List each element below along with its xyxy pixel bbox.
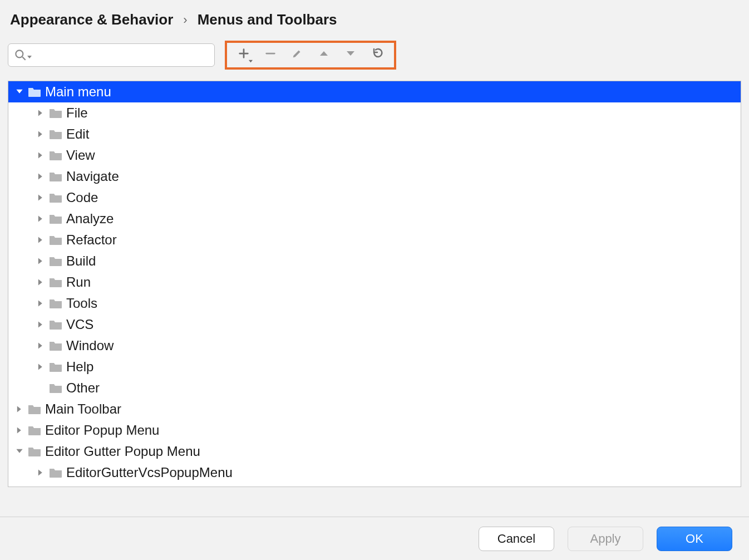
chevron-down-icon[interactable]: [14, 448, 25, 455]
chevron-right-icon[interactable]: [35, 109, 46, 117]
tree-row-label: View: [66, 148, 95, 163]
move-down-button[interactable]: [337, 43, 364, 67]
tree-row[interactable]: Main menu: [8, 81, 741, 102]
ok-button[interactable]: OK: [657, 527, 732, 551]
chevron-right-icon[interactable]: [35, 130, 46, 138]
tree-row-label: Editor Gutter Popup Menu: [45, 444, 200, 459]
tree-row-label: Analyze: [66, 211, 114, 227]
tree-row[interactable]: Analyze: [8, 208, 741, 229]
folder-icon: [48, 298, 63, 309]
move-up-icon: [318, 48, 329, 62]
tree-row-label: Main Toolbar: [45, 401, 121, 417]
search-field-wrapper: [8, 43, 215, 67]
add-icon: [238, 47, 250, 63]
breadcrumb-item-1[interactable]: Appearance & Behavior: [10, 11, 173, 28]
breadcrumb-item-2[interactable]: Menus and Toolbars: [198, 11, 337, 28]
tree-row[interactable]: Navigate: [8, 166, 741, 187]
search-input[interactable]: [8, 43, 215, 67]
chevron-right-icon[interactable]: [35, 342, 46, 350]
tree-row[interactable]: Help: [8, 356, 741, 377]
folder-icon: [48, 256, 63, 267]
remove-button[interactable]: [257, 43, 284, 67]
folder-icon: [48, 319, 63, 330]
folder-icon: [48, 340, 63, 351]
folder-icon: [48, 107, 63, 119]
revert-button[interactable]: [364, 43, 391, 67]
tree-row-label: Main menu: [45, 84, 111, 100]
folder-icon: [27, 86, 42, 97]
tree-row[interactable]: Code: [8, 187, 741, 208]
folder-icon: [48, 467, 63, 478]
action-toolbar: [225, 41, 396, 70]
chevron-right-icon[interactable]: [35, 278, 46, 286]
tree-row-label: Editor Popup Menu: [45, 423, 159, 438]
tree-row[interactable]: View: [8, 145, 741, 166]
cancel-button[interactable]: Cancel: [479, 527, 554, 551]
chevron-right-icon[interactable]: [14, 405, 25, 413]
folder-icon: [48, 213, 63, 224]
tree-row-label: Navigate: [66, 169, 119, 184]
tree-row-label: VCS: [66, 317, 93, 332]
breadcrumb-separator: ›: [183, 13, 187, 27]
tree-row[interactable]: VCS: [8, 314, 741, 335]
chevron-right-icon[interactable]: [35, 299, 46, 307]
chevron-right-icon[interactable]: [35, 321, 46, 328]
add-button[interactable]: [230, 43, 257, 67]
tree-row[interactable]: Other: [8, 377, 741, 399]
tree-row[interactable]: Run: [8, 272, 741, 293]
tree-row[interactable]: Window: [8, 335, 741, 356]
tree-row[interactable]: Edit: [8, 124, 741, 145]
chevron-right-icon[interactable]: [35, 151, 46, 159]
tree-row-label: Tools: [66, 296, 97, 311]
folder-icon: [48, 234, 63, 245]
svg-line-1: [22, 57, 25, 60]
tree-row[interactable]: Editor Gutter Popup Menu: [8, 441, 741, 462]
tree-row-label: Other: [66, 380, 100, 396]
tree-row-label: Edit: [66, 126, 89, 142]
chevron-right-icon[interactable]: [35, 194, 46, 202]
revert-icon: [371, 47, 384, 63]
folder-icon: [48, 361, 63, 372]
breadcrumb: Appearance & Behavior › Menus and Toolba…: [8, 10, 741, 41]
remove-icon: [264, 47, 277, 63]
folder-icon: [48, 171, 63, 182]
menu-tree[interactable]: Main menuFileEditViewNavigateCodeAnalyze…: [8, 81, 741, 487]
tree-row[interactable]: Tools: [8, 293, 741, 314]
dialog-footer: Cancel Apply OK: [0, 517, 749, 560]
folder-icon: [48, 277, 63, 288]
chevron-right-icon[interactable]: [35, 215, 46, 223]
chevron-right-icon[interactable]: [35, 173, 46, 180]
tree-row-label: Window: [66, 338, 114, 353]
tree-row-label: Help: [66, 359, 93, 375]
svg-point-0: [16, 50, 23, 57]
folder-icon: [48, 192, 63, 203]
tree-row-label: Code: [66, 190, 98, 205]
tree-row[interactable]: Editor Popup Menu: [8, 420, 741, 441]
folder-icon: [27, 446, 42, 457]
apply-button[interactable]: Apply: [568, 527, 643, 551]
toolbar-row: [8, 41, 741, 81]
edit-button[interactable]: [284, 43, 311, 67]
move-down-icon: [345, 48, 356, 62]
chevron-right-icon[interactable]: [14, 426, 25, 434]
tree-row[interactable]: Build: [8, 250, 741, 272]
chevron-right-icon[interactable]: [35, 363, 46, 371]
tree-row[interactable]: Main Toolbar: [8, 399, 741, 420]
chevron-right-icon[interactable]: [35, 236, 46, 244]
folder-icon: [27, 404, 42, 415]
edit-icon: [291, 47, 303, 63]
chevron-down-icon[interactable]: [14, 88, 25, 96]
tree-row[interactable]: File: [8, 102, 741, 124]
tree-row-label: EditorGutterVcsPopupMenu: [66, 465, 233, 480]
tree-row-label: Build: [66, 253, 96, 269]
tree-row-label: Run: [66, 274, 91, 290]
folder-icon: [48, 150, 63, 161]
search-icon: [13, 48, 32, 62]
chevron-right-icon[interactable]: [35, 469, 46, 477]
chevron-right-icon[interactable]: [35, 257, 46, 265]
tree-row[interactable]: Refactor: [8, 229, 741, 250]
tree-row[interactable]: EditorGutterVcsPopupMenu: [8, 462, 741, 483]
folder-icon: [27, 425, 42, 436]
tree-row-label: Refactor: [66, 232, 117, 248]
move-up-button[interactable]: [311, 43, 337, 67]
